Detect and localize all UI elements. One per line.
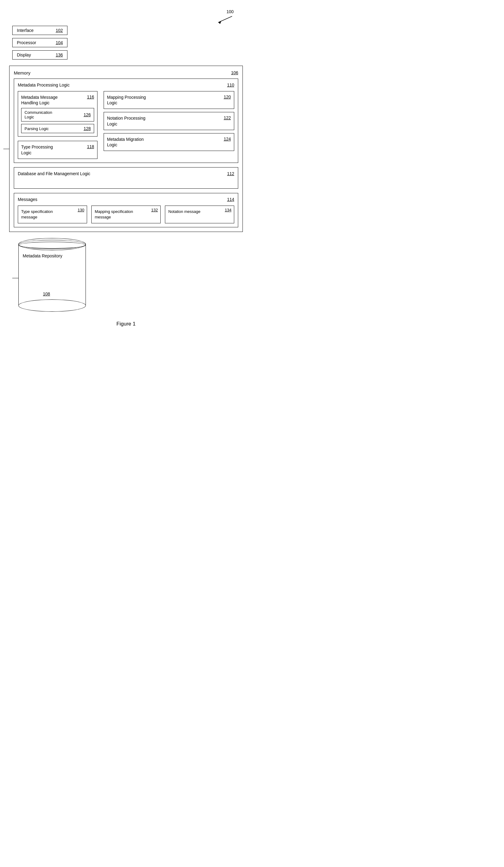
mapping-spec-message-box: 132 Mapping specificationmessage xyxy=(91,205,161,223)
notation-processing-title: Notation ProcessingLogic xyxy=(107,115,145,126)
metadata-right-col: Mapping ProcessingLogic 120 Notation Pro… xyxy=(103,91,234,159)
processor-box: Processor 104 xyxy=(12,38,67,47)
interface-label: Interface xyxy=(17,28,33,33)
metadata-migration-title: Metadata MigrationLogic xyxy=(107,137,144,148)
type-spec-label: Type specificationmessage xyxy=(21,209,53,220)
diagram-num: 100 xyxy=(227,9,233,14)
msg-handling-num: 116 xyxy=(87,95,94,99)
repository-section: Metadata Repository 108 xyxy=(19,238,243,312)
metadata-inner-row: Metadata MessageHandling Logic 116 Commu… xyxy=(18,91,234,159)
metadata-migration-num: 124 xyxy=(224,137,231,141)
notation-message-num: 134 xyxy=(225,208,231,212)
metadata-processing-num: 110 xyxy=(227,83,234,87)
database-box-header: Database and File Management Logic 112 xyxy=(18,171,234,176)
metadata-processing-box: Metadata Processing Logic 110 Metadata M… xyxy=(14,78,238,163)
type-processing-title: Type ProcessingLogic xyxy=(21,144,53,155)
metadata-processing-title: Metadata Processing Logic xyxy=(18,83,69,87)
communication-logic-box: CommunicationLogic 126 xyxy=(21,108,94,121)
msg-handling-title: Metadata MessageHandling Logic xyxy=(21,95,58,106)
svg-marker-1 xyxy=(218,21,221,24)
cylinder-body xyxy=(19,244,86,305)
database-box: Database and File Management Logic 112 xyxy=(14,167,238,189)
repository-num: 108 xyxy=(43,291,50,296)
interface-box: Interface 102 xyxy=(12,26,67,35)
parsing-logic-num: 128 xyxy=(84,126,91,131)
msg-handling-header: Metadata MessageHandling Logic 116 xyxy=(21,95,94,106)
repository-title: Metadata Repository xyxy=(23,254,62,258)
memory-title: Memory xyxy=(14,70,30,75)
figure-label: Figure 1 xyxy=(9,321,243,327)
database-num: 112 xyxy=(227,171,234,176)
memory-num: 106 xyxy=(231,70,238,75)
notation-message-label: Notation message xyxy=(168,209,200,214)
mapping-spec-label: Mapping specificationmessage xyxy=(95,209,133,220)
arrow-icon xyxy=(215,15,233,24)
metadata-left-col: Metadata MessageHandling Logic 116 Commu… xyxy=(18,91,98,159)
inner-boxes: CommunicationLogic 126 Parsing Logic 128 xyxy=(21,108,94,133)
processor-label: Processor xyxy=(17,40,36,45)
messages-box: Messages 114 130 Type specificationmessa… xyxy=(14,193,238,227)
notation-processing-box: Notation ProcessingLogic 122 xyxy=(103,112,234,130)
metadata-processing-header: Metadata Processing Logic 110 xyxy=(18,83,234,87)
interface-num: 102 xyxy=(56,28,63,33)
messages-inner: 130 Type specificationmessage 132 Mappin… xyxy=(18,205,234,223)
cylinder-shape: Metadata Repository 108 xyxy=(19,238,86,312)
top-components-list: Interface 102 Processor 104 Display 136 xyxy=(12,26,243,60)
type-spec-message-box: 130 Type specificationmessage xyxy=(18,205,87,223)
memory-box-header: Memory 106 xyxy=(14,70,238,75)
mapping-spec-num: 132 xyxy=(151,208,158,212)
type-processing-num: 118 xyxy=(87,144,94,149)
mapping-processing-box: Mapping ProcessingLogic 120 xyxy=(103,91,234,109)
metadata-migration-box: Metadata MigrationLogic 124 xyxy=(103,133,234,151)
messages-box-header: Messages 114 xyxy=(18,197,234,202)
messages-num: 114 xyxy=(227,197,234,202)
diagram-reference-arrow: 100 xyxy=(215,9,233,24)
parsing-logic-box: Parsing Logic 128 xyxy=(21,124,94,133)
mapping-processing-num: 120 xyxy=(224,95,231,99)
database-title: Database and File Management Logic xyxy=(18,171,90,176)
display-box: Display 136 xyxy=(12,50,67,60)
notation-processing-num: 122 xyxy=(224,115,231,120)
display-label: Display xyxy=(17,52,31,57)
display-num: 136 xyxy=(56,52,63,57)
communication-logic-num: 126 xyxy=(84,112,91,117)
repository-num-container: 108 xyxy=(43,291,50,296)
parsing-logic-label: Parsing Logic xyxy=(24,126,49,131)
memory-box: Memory 106 Metadata Processing Logic 110… xyxy=(9,66,243,232)
notation-message-box: 134 Notation message xyxy=(165,205,234,223)
msg-handling-box: Metadata MessageHandling Logic 116 Commu… xyxy=(18,91,98,137)
type-processing-box: Type ProcessingLogic 118 xyxy=(18,141,98,159)
messages-title: Messages xyxy=(18,197,37,202)
processor-num: 104 xyxy=(56,40,63,45)
communication-logic-label: CommunicationLogic xyxy=(24,110,52,119)
mapping-processing-title: Mapping ProcessingLogic xyxy=(107,95,146,106)
cylinder-bottom xyxy=(19,299,86,312)
type-spec-num: 130 xyxy=(78,208,84,212)
cylinder-top-inner2 xyxy=(19,242,86,248)
